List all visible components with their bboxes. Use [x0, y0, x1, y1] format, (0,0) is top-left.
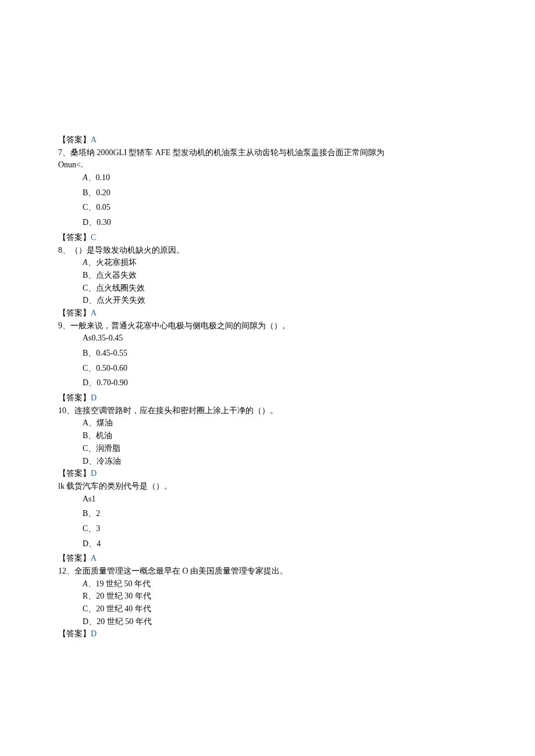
question-number: 10、 — [58, 406, 74, 415]
option-A: A、0.10 — [83, 171, 477, 184]
question-number: 8、 — [58, 246, 70, 255]
option-R: R、20 世纪 30 年代 — [83, 590, 477, 603]
option-label: B、 — [83, 349, 96, 357]
question-text: 一般来说，普通火花塞中心电极与侧电极之间的间隙为（）。 — [70, 321, 290, 330]
option-C: C、20 世纪 40 年代 — [83, 603, 477, 615]
option-label: A、 — [83, 258, 96, 267]
answer-value: D — [91, 469, 97, 478]
option-text: 1 — [92, 495, 96, 503]
option-text: 0.10 — [96, 173, 110, 182]
answer-label: 【答案】 — [58, 554, 91, 562]
option-label: D、 — [83, 378, 97, 387]
options-block: A、0.10B、0.20C、0.05D、0.30 — [58, 171, 477, 231]
answer-value: C — [91, 233, 96, 242]
answer-line: 【答案】A — [58, 307, 477, 320]
option-label: As — [83, 495, 92, 503]
option-label: C、 — [83, 444, 96, 453]
question-number: 12、 — [58, 567, 74, 575]
option-text: 0.50-0.60 — [96, 364, 127, 372]
option-text: 20 世纪 40 年代 — [96, 604, 151, 613]
option-text: 0.35-0.45 — [92, 334, 123, 342]
page-content: 【答案】A7、桑塔纳 2000GLI 型轿车 AFE 型发动机的机油泵主从动齿轮… — [0, 0, 535, 728]
answer-label: 【答案】 — [58, 135, 91, 144]
option-label: B、 — [83, 431, 96, 440]
options-block: A、煤油B、机油C、润滑脂D、冷冻油 — [58, 417, 477, 467]
question-stem: 8、（）是导致发动机缺火的原因。 — [58, 244, 477, 257]
option-text: 0.30 — [97, 218, 111, 227]
option-text: 20 世纪 50 年代 — [97, 617, 152, 626]
option-label: A、 — [83, 173, 96, 182]
answer-value: D — [91, 393, 97, 402]
question-text: 全面质量管理这一概念最早在 O 由美国质量管理专家提出。 — [74, 567, 288, 575]
options-block: As1B、2C、3D、4 — [58, 493, 477, 553]
question-text: 桑塔纳 2000GLI 型轿车 AFE 型发动机的机油泵主从动齿轮与机油泵盖接合… — [70, 148, 384, 157]
option-A: A、煤油 — [83, 417, 477, 429]
answer-label: 【答案】 — [58, 629, 91, 638]
option-A: A、19 世纪 50 年代 — [83, 578, 477, 590]
option-label: B、 — [83, 188, 96, 197]
option-text: 冷冻油 — [97, 457, 121, 465]
question-number: lk — [58, 482, 66, 490]
option-D: D、冷冻油 — [83, 455, 477, 468]
answer-label: 【答案】 — [58, 233, 91, 242]
option-text: 煤油 — [97, 418, 113, 427]
option-text: 0.20 — [96, 188, 110, 197]
option-text: 0.70-0.90 — [97, 378, 128, 387]
option-B: B、0.45-0.55 — [83, 347, 477, 360]
option-B: B、0.20 — [83, 187, 477, 199]
option-label: R、 — [83, 592, 96, 600]
answer-label: 【答案】 — [58, 469, 91, 478]
answer-value: A — [91, 135, 97, 144]
answer-label: 【答案】 — [58, 309, 91, 317]
option-C: C、3 — [83, 522, 477, 535]
answer-line: 【答案】C — [58, 231, 477, 244]
option-label: C、 — [83, 604, 96, 613]
option-As: As0.35-0.45 — [83, 332, 477, 345]
option-C: C、点火线圈失效 — [83, 282, 477, 295]
question-stem: 9、一般来说，普通火花塞中心电极与侧电极之间的间隙为（）。 — [58, 320, 477, 332]
question-text: 连接空调管路时，应在接头和密封圈上涂上干净的（）。 — [74, 406, 278, 415]
answer-line: 【答案】D — [58, 467, 477, 480]
option-text: 3 — [96, 524, 100, 533]
answer-line: 【答案】A — [58, 134, 477, 146]
option-label: B、 — [83, 271, 96, 280]
option-D: D、4 — [83, 538, 477, 550]
options-block: A、火花塞损坏B、点火器失效C、点火线圈失效D、点火开关失效 — [58, 256, 477, 307]
option-label: C、 — [83, 284, 96, 292]
option-text: 点火开关失效 — [97, 296, 145, 304]
option-As: As1 — [83, 493, 477, 506]
answer-line: 【答案】D — [58, 628, 477, 640]
option-B: B、机油 — [83, 429, 477, 442]
option-text: 点火器失效 — [96, 271, 137, 280]
question-stem: 12、全面质量管理这一概念最早在 O 由美国质量管理专家提出。 — [58, 565, 477, 578]
option-label: D、 — [83, 539, 97, 548]
question-stem: 10、连接空调管路时，应在接头和密封圈上涂上干净的（）。 — [58, 404, 477, 417]
answer-value: A — [91, 554, 97, 562]
option-text: 2 — [96, 509, 100, 518]
answer-value: A — [91, 309, 97, 317]
option-label: C、 — [83, 203, 96, 212]
option-D: D、0.30 — [83, 216, 477, 229]
question-stem: Onun<. — [58, 159, 477, 171]
question-stem: 7、桑塔纳 2000GLI 型轿车 AFE 型发动机的机油泵主从动齿轮与机油泵盖… — [58, 146, 477, 159]
options-block: A、19 世纪 50 年代R、20 世纪 30 年代C、20 世纪 40 年代D… — [58, 578, 477, 628]
answer-line: 【答案】D — [58, 392, 477, 404]
option-label: D、 — [83, 617, 97, 626]
question-number: 7、 — [58, 148, 70, 157]
option-label: A、 — [83, 418, 97, 427]
question-text: （）是导致发动机缺火的原因。 — [70, 246, 184, 255]
option-text: 机油 — [96, 431, 112, 440]
answer-value: D — [91, 629, 97, 638]
option-label: D、 — [83, 296, 97, 304]
option-B: B、2 — [83, 507, 477, 520]
option-label: As — [83, 334, 92, 342]
option-text: 点火线圈失效 — [96, 284, 145, 292]
question-number: 9、 — [58, 321, 70, 330]
option-label: C、 — [83, 364, 96, 372]
question-text: 载货汽车的类别代号是（）。 — [66, 482, 172, 490]
options-block: As0.35-0.45B、0.45-0.55C、0.50-0.60D、0.70-… — [58, 332, 477, 392]
option-D: D、20 世纪 50 年代 — [83, 615, 477, 628]
option-A: A、火花塞损坏 — [83, 256, 477, 269]
option-C: C、0.05 — [83, 201, 477, 214]
option-C: C、润滑脂 — [83, 442, 477, 455]
